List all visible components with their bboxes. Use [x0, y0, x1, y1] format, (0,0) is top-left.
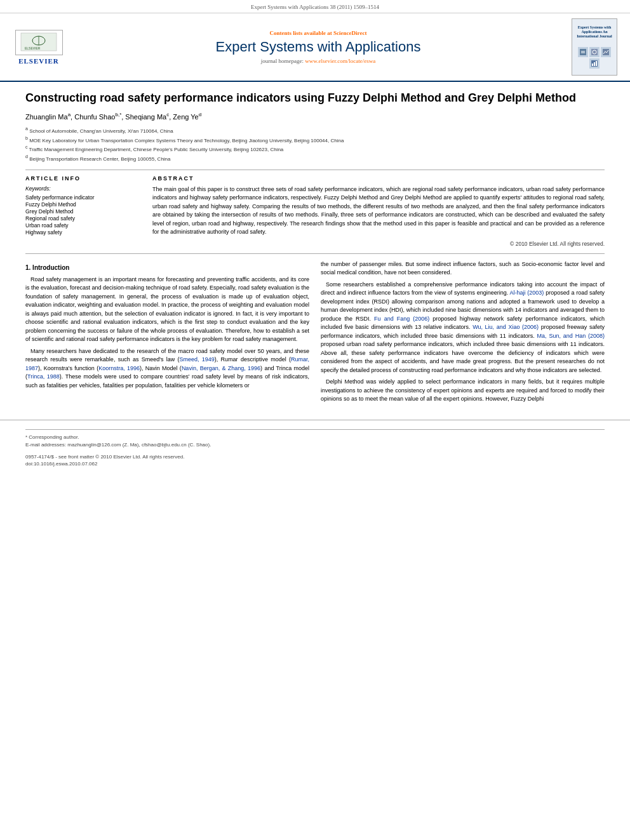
- body-col-right: the number of passenger miles. But some …: [321, 260, 605, 407]
- svg-text:ELSEVIER: ELSEVIER: [25, 46, 41, 50]
- footer-issn-area: 0957-4174/$ - see front matter © 2010 El…: [25, 454, 605, 467]
- ref-alhaji[interactable]: Al-haji (2003): [510, 290, 544, 296]
- contents-label: Contents lists available at: [270, 30, 332, 36]
- author-2: , Chunfu Shao: [70, 113, 115, 121]
- divider-2: [25, 253, 605, 254]
- ref-navin[interactable]: Navin, Bergan, & Zhang, 1996: [182, 365, 260, 371]
- article-info-label: ARTICLE INFO: [25, 175, 140, 182]
- sciencedirect-label: ScienceDirect: [333, 30, 366, 36]
- journal-title: Expert Systems with Applications: [67, 39, 569, 55]
- abstract-label: ABSTRACT: [152, 175, 605, 182]
- body-p1: Road safety management is an important m…: [25, 276, 309, 344]
- affiliation-c: c Traffic Management Engineering Departm…: [25, 144, 605, 154]
- footnote-email: E-mail addresses: mazhuanglin@126.com (Z…: [25, 441, 605, 449]
- journal-cover-image: Expert Systems with Applications An Inte…: [572, 18, 617, 76]
- keyword-1: Safety performance indicator: [25, 194, 140, 201]
- svg-rect-4: [580, 49, 586, 55]
- ref-smeed[interactable]: Smeed, 1949: [180, 356, 215, 363]
- affiliation-a: a School of Automobile, Chang'an Univers…: [25, 126, 605, 135]
- article-title: Constructing road safety performance ind…: [25, 91, 605, 105]
- authors-line: Zhuanglin Maa, Chunfu Shaob,*, Sheqiang …: [25, 112, 605, 121]
- journal-citation-bar: Expert Systems with Applications 38 (201…: [0, 0, 630, 13]
- footer-divider: [25, 429, 605, 430]
- keyword-4: Regional road safety: [25, 215, 140, 222]
- keyword-6: Highway safety: [25, 229, 140, 236]
- affiliation-b: b MOE Key Laboratory for Urban Transport…: [25, 135, 605, 145]
- body-content: 1. Introduction Road safety management i…: [25, 260, 605, 407]
- footnote-email-addresses: mazhuanglin@126.com (Z. Ma), cfshao@bjtu…: [67, 442, 211, 448]
- footer: * Corresponding author. E-mail addresses…: [0, 420, 630, 472]
- author-4-sup: d: [199, 112, 201, 117]
- cover-icon-3: [601, 47, 611, 57]
- ref-wu-liu[interactable]: Wu, Liu, and Xiao (2006): [473, 324, 539, 330]
- article-content: Constructing road safety performance ind…: [0, 82, 630, 420]
- author-2-sup: b,*: [115, 112, 121, 117]
- homepage-label: journal homepage:: [261, 58, 304, 64]
- section1-heading: 1. Introduction: [25, 263, 309, 272]
- body-p4: Some researchers established a comprehen…: [321, 281, 605, 375]
- ref-trinca[interactable]: Trinca, 1988: [27, 373, 60, 380]
- journal-citation-text: Expert Systems with Applications 38 (201…: [251, 4, 379, 10]
- affiliation-d: d Beijing Transportation Research Center…: [25, 154, 605, 163]
- ref-koornstra[interactable]: Koornstra, 1996: [98, 365, 140, 371]
- body-col-left: 1. Introduction Road safety management i…: [25, 260, 309, 407]
- author-4: , Zeng Ye: [169, 113, 199, 121]
- journal-cover-area: Expert Systems with Applications An Inte…: [569, 18, 620, 76]
- keywords-label: Keywords:: [25, 185, 140, 192]
- ref-fu-fang[interactable]: Fu and Fang (2006): [374, 316, 429, 322]
- copyright-line: © 2010 Elsevier Ltd. All rights reserved…: [152, 241, 605, 247]
- ref-ma-sun[interactable]: Ma, Sun, and Han (2008): [537, 333, 605, 339]
- svg-rect-12: [594, 62, 595, 66]
- article-info-col: ARTICLE INFO Keywords: Safety performanc…: [25, 175, 140, 247]
- journal-header: ELSEVIER ELSEVIER Contents lists availab…: [0, 13, 630, 82]
- svg-rect-13: [596, 61, 597, 66]
- body-p2: Many researchers have dedicated to the r…: [25, 347, 309, 390]
- footnote-section: * Corresponding author. E-mail addresses…: [25, 434, 605, 449]
- elsevier-branding: ELSEVIER ELSEVIER: [10, 30, 67, 65]
- svg-rect-11: [592, 63, 593, 66]
- elsevier-logo-image: ELSEVIER: [20, 32, 58, 53]
- cover-icon-2: [589, 47, 600, 57]
- body-p3: the number of passenger miles. But some …: [321, 260, 605, 277]
- footer-doi: doi:10.1016/j.eswa.2010.07.062: [25, 461, 605, 467]
- footer-issn: 0957-4174/$ - see front matter © 2010 El…: [25, 454, 605, 460]
- abstract-col: ABSTRACT The main goal of this paper is …: [152, 175, 605, 247]
- cover-icon-4: [589, 58, 600, 69]
- cover-title-text: Expert Systems with Applications An Inte…: [575, 25, 614, 39]
- cover-icon-1: [578, 47, 588, 57]
- journal-homepage: journal homepage: www.elsevier.com/locat…: [67, 58, 569, 64]
- homepage-url: www.elsevier.com/locate/eswa: [305, 58, 375, 64]
- affiliations: a School of Automobile, Chang'an Univers…: [25, 126, 605, 163]
- cover-icons: [575, 47, 614, 69]
- elsevier-logo-box: ELSEVIER: [15, 30, 63, 55]
- author-1: Zhuanglin Ma: [25, 113, 68, 121]
- journal-center: Contents lists available at ScienceDirec…: [67, 30, 569, 64]
- keyword-2: Fuzzy Delphi Method: [25, 201, 140, 208]
- body-p5: Delphi Method was widely applied to sele…: [321, 378, 605, 404]
- article-info-abstract: ARTICLE INFO Keywords: Safety performanc…: [25, 175, 605, 247]
- author-3: , Sheqiang Ma: [121, 113, 166, 121]
- footnote-email-label: E-mail addresses:: [25, 442, 66, 448]
- page: Expert Systems with Applications 38 (201…: [0, 0, 630, 840]
- footnote-corresponding: * Corresponding author.: [25, 434, 605, 441]
- elsevier-label: ELSEVIER: [18, 57, 59, 65]
- sciencedirect-link: Contents lists available at ScienceDirec…: [67, 30, 569, 36]
- abstract-text: The main goal of this paper is to constr…: [152, 185, 605, 237]
- ref-rumar[interactable]: Rumar, 1987: [25, 356, 309, 371]
- keyword-5: Urban road safety: [25, 222, 140, 229]
- keyword-3: Grey Delphi Method: [25, 208, 140, 215]
- divider-1: [25, 170, 605, 170]
